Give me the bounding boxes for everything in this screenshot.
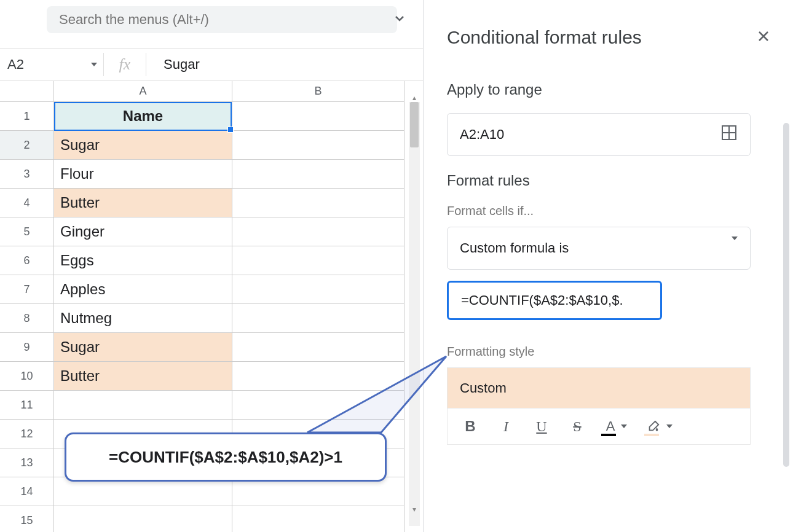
cell[interactable]: Butter xyxy=(54,189,232,217)
cell[interactable] xyxy=(54,506,232,532)
grid-row: 15 xyxy=(0,506,418,532)
cell[interactable] xyxy=(232,362,404,391)
cell[interactable]: Flour xyxy=(54,160,232,189)
cell[interactable] xyxy=(232,217,404,246)
row-header[interactable]: 5 xyxy=(0,217,54,246)
row-header[interactable]: 9 xyxy=(0,333,54,362)
panel-title: Conditional format rules xyxy=(447,27,757,48)
grid-row: 5Ginger xyxy=(0,217,418,246)
row-header[interactable]: 14 xyxy=(0,477,54,506)
condition-value: Custom formula is xyxy=(460,240,569,256)
cell[interactable]: Butter xyxy=(54,362,232,391)
name-box-value: A2 xyxy=(7,57,24,72)
cell[interactable] xyxy=(232,131,404,160)
formula-callout-text: =COUNTIF($A$2:$A$10,$A2)>1 xyxy=(109,448,342,467)
cell[interactable] xyxy=(232,102,404,131)
row-header[interactable]: 2 xyxy=(0,131,54,160)
cell[interactable]: Sugar xyxy=(54,333,232,362)
cell[interactable]: Apples xyxy=(54,275,232,304)
grid-row: 7Apples xyxy=(0,275,418,304)
formula-input-value: =COUNTIF($A$2:$A$10,$. xyxy=(461,292,623,308)
range-value: A2:A10 xyxy=(460,127,504,143)
menu-search-input[interactable] xyxy=(59,12,385,28)
grid-scroll-up-icon[interactable]: ▴ xyxy=(409,92,420,103)
cell[interactable] xyxy=(232,333,404,362)
grid-row: 9Sugar xyxy=(0,333,418,362)
formula-bar-value[interactable]: Sugar xyxy=(146,57,200,72)
row-header[interactable]: 6 xyxy=(0,246,54,275)
menu-search[interactable] xyxy=(47,6,397,33)
underline-button[interactable]: U xyxy=(524,413,559,440)
grid-row: 3Flour xyxy=(0,160,418,189)
cell[interactable] xyxy=(232,477,404,506)
apply-to-range-label: Apply to range xyxy=(447,81,770,98)
panel-scrollbar[interactable] xyxy=(783,123,789,467)
style-preview-text: Custom xyxy=(460,380,507,396)
grid-row: 1Name xyxy=(0,102,418,131)
conditional-format-panel: Conditional format rules Apply to range … xyxy=(423,0,793,532)
format-cells-if-label: Format cells if... xyxy=(447,204,770,218)
cell[interactable] xyxy=(54,391,232,420)
grid-row: 8Nutmeg xyxy=(0,304,418,333)
grid-row: 11 xyxy=(0,391,418,420)
grid-row: 2Sugar xyxy=(0,131,418,160)
row-header[interactable]: 7 xyxy=(0,275,54,304)
column-header-A[interactable]: A xyxy=(54,81,232,102)
select-all-corner[interactable] xyxy=(0,81,54,102)
row-header[interactable]: 12 xyxy=(0,420,54,448)
grid-row: 6Eggs xyxy=(0,246,418,275)
formula-input[interactable]: =COUNTIF($A$2:$A$10,$. xyxy=(447,281,662,320)
search-expand-icon[interactable] xyxy=(393,12,406,25)
range-picker-icon[interactable] xyxy=(720,124,738,145)
fx-icon: fx xyxy=(103,53,146,76)
format-rules-label: Format rules xyxy=(447,172,770,189)
grid-row: 14 xyxy=(0,477,418,506)
cell[interactable]: Sugar xyxy=(54,131,232,160)
row-header[interactable]: 8 xyxy=(0,304,54,333)
dropdown-icon xyxy=(729,240,738,256)
row-header[interactable]: 1 xyxy=(0,102,54,131)
row-header[interactable]: 10 xyxy=(0,362,54,391)
cell[interactable] xyxy=(232,275,404,304)
row-header[interactable]: 4 xyxy=(0,189,54,217)
cell[interactable]: Eggs xyxy=(54,246,232,275)
row-header[interactable]: 3 xyxy=(0,160,54,189)
column-header-B[interactable]: B xyxy=(232,81,404,102)
range-field[interactable]: A2:A10 xyxy=(447,113,751,156)
condition-dropdown[interactable]: Custom formula is xyxy=(447,227,751,270)
cell[interactable] xyxy=(232,160,404,189)
name-box[interactable]: A2 xyxy=(0,57,103,72)
cell[interactable] xyxy=(232,304,404,333)
panel-body: Apply to range A2:A10 Format rules Forma… xyxy=(424,65,793,507)
row-header[interactable]: 13 xyxy=(0,448,54,477)
row-header[interactable]: 15 xyxy=(0,506,54,532)
grid-scrollbar-track[interactable] xyxy=(409,102,420,526)
close-icon[interactable] xyxy=(757,30,770,45)
text-color-button[interactable]: A xyxy=(595,413,638,440)
formula-callout: =COUNTIF($A$2:$A$10,$A2)>1 xyxy=(65,432,387,482)
cell[interactable] xyxy=(232,391,404,420)
grid-row: 4Butter xyxy=(0,189,418,217)
style-toolbar: B I U S A xyxy=(447,408,751,445)
grid-scroll-down-icon[interactable]: ▾ xyxy=(409,504,420,515)
bold-button[interactable]: B xyxy=(452,413,488,440)
panel-header: Conditional format rules xyxy=(424,0,793,65)
strikethrough-button[interactable]: S xyxy=(559,413,595,440)
name-box-dropdown-icon[interactable] xyxy=(90,57,98,72)
style-preview: Custom xyxy=(447,367,751,408)
cell[interactable]: Nutmeg xyxy=(54,304,232,333)
cell[interactable] xyxy=(232,506,404,532)
row-header[interactable]: 11 xyxy=(0,391,54,420)
column-headers: A B xyxy=(0,81,418,102)
cell[interactable]: Ginger xyxy=(54,217,232,246)
cell[interactable]: Name xyxy=(54,102,232,131)
cell[interactable] xyxy=(232,189,404,217)
formatting-style-label: Formatting style xyxy=(447,345,770,359)
italic-button[interactable]: I xyxy=(488,413,524,440)
cell[interactable] xyxy=(54,477,232,506)
grid-scrollbar-thumb[interactable] xyxy=(410,102,419,147)
cell[interactable] xyxy=(232,246,404,275)
grid-row: 10Butter xyxy=(0,362,418,391)
fill-color-button[interactable] xyxy=(638,413,681,440)
